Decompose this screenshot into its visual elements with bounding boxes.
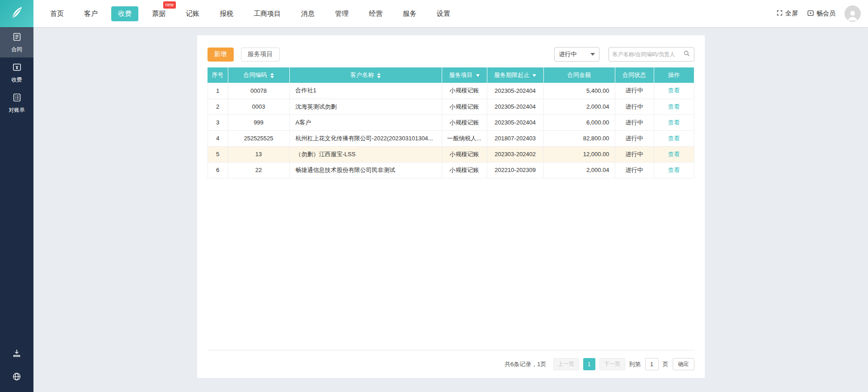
download-icon[interactable] [12,349,21,359]
cell-seq: 5 [208,146,228,162]
contracts-table: 序号 合同编码 客户名称 服务项目 服务期限起止 合同金额 合同状态 操作 1 … [208,67,694,178]
table-row[interactable]: 1 00078 合作社1 小规模记账 202305-202404 5,400.0… [208,83,694,99]
topbar-right: 全屏 畅会员 [776,5,868,22]
nav-item-fees[interactable]: 收费 [111,6,138,21]
cell-seq: 2 [208,99,228,115]
chevron-down-icon [590,53,595,58]
cell-customer-name: 畅捷通信息技术股份有限公司民非测试 [289,162,442,178]
header-service-item[interactable]: 服务项目 [442,67,487,83]
leaf-icon [9,5,25,23]
nav-item-home[interactable]: 首页 [43,6,71,21]
table-row[interactable]: 5 13 （勿删）江西服宝-LSS 小规模记账 202303-202402 12… [208,146,694,162]
header-label: 合同状态 [623,72,646,78]
cell-customer-name: A客户 [289,115,442,130]
fullscreen-button[interactable]: 全屏 [776,10,798,18]
cell-customer-name: 杭州杠上花文化传播有限公司-2022(202303101304... [289,130,442,146]
search-input[interactable] [613,51,683,57]
cell-actions: 查看 [654,99,694,115]
content-panel: 新增 服务项目 进行中 [197,35,705,378]
nav-item-operations[interactable]: 经营 [362,6,389,21]
filter-caret-icon [533,74,536,79]
cell-service-item: 小规模记账 [442,162,487,178]
sidebar-item-statements[interactable]: 对账单 [0,88,33,118]
nav-item-settings[interactable]: 设置 [430,6,457,21]
table-row[interactable]: 6 22 畅捷通信息技术股份有限公司民非测试 小规模记账 202210-2023… [208,162,694,178]
table-row[interactable]: 3 999 A客户 小规模记账 202305-202404 6,000.00 进… [208,115,694,130]
new-badge: new [163,1,176,9]
goto-page-input[interactable] [645,358,659,370]
table-row[interactable]: 4 252525525 杭州杠上花文化传播有限公司-2022(202303101… [208,130,694,146]
cell-contract-amount: 12,000.00 [543,146,615,162]
fullscreen-label: 全屏 [785,10,798,18]
member-button[interactable]: 畅会员 [807,10,835,18]
nav-item-bookkeeping[interactable]: 记账 [179,6,206,21]
header-label: 客户名称 [350,72,374,78]
nav-item-tax[interactable]: 报税 [213,6,240,21]
cell-actions: 查看 [654,162,694,178]
prev-page-button[interactable]: 上一页 [553,358,579,370]
cell-customer-name: 沈海英测试勿删 [289,99,442,115]
cell-contract-status: 进行中 [615,130,654,146]
table-row[interactable]: 2 0003 沈海英测试勿删 小规模记账 202305-202404 2,000… [208,99,694,115]
member-label: 畅会员 [816,10,835,18]
nav-item-messages[interactable]: 消息 [294,6,321,21]
search-icon[interactable] [683,50,690,59]
nav-label: 经营 [369,10,382,17]
view-link[interactable]: 查看 [668,119,680,126]
header-label: 服务期限起止 [494,72,529,78]
play-circle-icon [807,10,814,18]
header-service-period[interactable]: 服务期限起止 [487,67,543,83]
nav-item-services[interactable]: 服务 [396,6,423,21]
goto-prefix-label: 到第 [629,360,641,368]
header-contract-code[interactable]: 合同编码 [228,67,289,83]
cell-contract-status: 进行中 [615,83,654,99]
view-link[interactable]: 查看 [668,135,680,142]
record-count-summary: 共6条记录，1页 [505,360,546,368]
sort-icon [270,73,274,78]
view-link[interactable]: 查看 [668,167,680,173]
nav-item-invoices[interactable]: 票据 new [145,6,172,21]
nav-label: 记账 [186,10,199,17]
view-link[interactable]: 查看 [668,103,680,110]
cell-contract-code: 22 [228,162,289,178]
header-contract-amount: 合同金额 [543,67,615,83]
cell-customer-name: （勿删）江西服宝-LSS [289,146,442,162]
nav-label: 报税 [220,10,233,17]
cell-actions: 查看 [654,146,694,162]
status-filter-value: 进行中 [559,50,577,58]
sidebar-item-contracts[interactable]: 合同 [0,27,33,57]
service-items-button[interactable]: 服务项目 [241,48,280,62]
header-contract-status: 合同状态 [615,67,654,83]
view-link[interactable]: 查看 [668,151,680,158]
nav-item-customers[interactable]: 客户 [77,6,104,21]
header-customer-name[interactable]: 客户名称 [289,67,442,83]
user-avatar[interactable] [844,5,861,22]
current-page-button[interactable]: 1 [583,358,595,370]
cell-service-period: 202305-202404 [487,99,543,115]
cell-seq: 3 [208,115,228,130]
confirm-button[interactable]: 确定 [673,358,694,370]
nav-item-business-projects[interactable]: 工商项目 [247,6,288,21]
app-logo[interactable] [0,0,33,27]
cell-service-item: 小规模记账 [442,146,487,162]
cell-service-item: 小规模记账 [442,99,487,115]
next-page-button[interactable]: 下一页 [599,358,625,370]
cell-service-item: 小规模记账 [442,115,487,130]
contract-icon [12,32,22,43]
globe-icon[interactable] [12,372,21,383]
cell-contract-status: 进行中 [615,146,654,162]
sidebar-item-fees[interactable]: 收费 [0,57,33,88]
cell-actions: 查看 [654,130,694,146]
cell-service-period: 202210-202309 [487,162,543,178]
toolbar: 新增 服务项目 进行中 [208,47,694,62]
cell-service-item: 一般纳税人... [442,130,487,146]
status-filter-select[interactable]: 进行中 [554,47,599,62]
fee-icon [12,62,22,73]
add-button[interactable]: 新增 [208,48,234,62]
top-navigation: 首页 客户 收费 票据 new 记账 报税 工商项目 消息 管理 经营 服务 设… [43,6,464,21]
view-link[interactable]: 查看 [668,87,680,94]
cell-contract-code: 0003 [228,99,289,115]
cell-contract-amount: 2,000.04 [543,99,615,115]
nav-item-management[interactable]: 管理 [328,6,355,21]
cell-seq: 6 [208,162,228,178]
